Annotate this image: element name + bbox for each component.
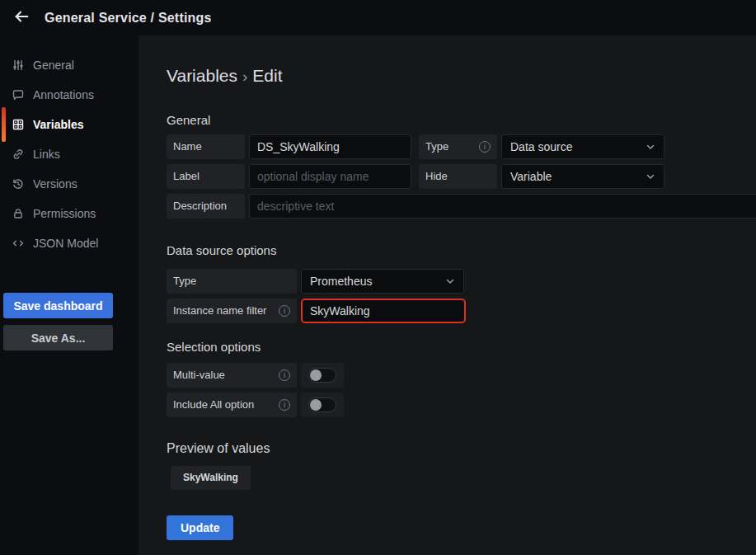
datasource-type-row: Type Prometheus bbox=[167, 269, 756, 294]
description-label: Description bbox=[167, 194, 245, 219]
selection-section-heading: Selection options bbox=[167, 340, 756, 355]
link-icon bbox=[12, 148, 25, 161]
hide-select[interactable]: Variable bbox=[501, 164, 664, 189]
info-icon bbox=[279, 369, 290, 381]
save-as-button[interactable]: Save As... bbox=[3, 325, 113, 350]
instance-filter-row: Instance name filter bbox=[167, 299, 756, 323]
breadcrumb: Variables›Edit bbox=[167, 66, 756, 86]
description-input[interactable] bbox=[249, 194, 756, 219]
label-label: Label bbox=[167, 164, 245, 189]
save-dashboard-button[interactable]: Save dashboard bbox=[3, 293, 113, 318]
type-select[interactable]: Data source bbox=[501, 134, 664, 159]
toggle-knob bbox=[310, 399, 322, 411]
multi-value-label: Multi-value bbox=[167, 363, 297, 388]
sidebar-item-label: Variables bbox=[33, 118, 84, 131]
description-row: Description bbox=[167, 194, 756, 219]
history-icon bbox=[12, 177, 25, 190]
sidebar-item-label: General bbox=[33, 59, 74, 72]
settings-sidebar: General Annotations Variables Links Vers… bbox=[0, 35, 139, 555]
sliders-icon bbox=[12, 59, 25, 72]
info-icon bbox=[279, 399, 290, 411]
back-button[interactable] bbox=[11, 7, 32, 29]
datasource-type-select[interactable]: Prometheus bbox=[301, 269, 464, 294]
include-all-label: Include All option bbox=[167, 393, 297, 417]
sidebar-item-general[interactable]: General bbox=[0, 50, 139, 80]
sidebar-item-label: Versions bbox=[33, 177, 77, 190]
multi-value-row: Multi-value bbox=[167, 363, 756, 388]
code-icon bbox=[12, 237, 25, 250]
instance-filter-label: Instance name filter bbox=[167, 299, 297, 323]
highlight-annotation-box bbox=[301, 299, 466, 323]
name-label: Name bbox=[167, 134, 245, 159]
chevron-down-icon bbox=[646, 172, 655, 181]
sidebar-item-variables[interactable]: Variables bbox=[0, 110, 139, 139]
variables-edit-panel: Variables›Edit General Name Type Data so… bbox=[139, 35, 756, 555]
sidebar-item-permissions[interactable]: Permissions bbox=[0, 199, 139, 228]
hide-label: Hide bbox=[419, 164, 497, 189]
datasource-type-value: Prometheus bbox=[310, 275, 372, 288]
sidebar-item-label: Annotations bbox=[33, 88, 94, 101]
multi-value-toggle[interactable] bbox=[301, 363, 344, 388]
preview-values-list: SkyWalking bbox=[167, 466, 756, 490]
breadcrumb-variables[interactable]: Variables bbox=[167, 66, 237, 85]
lock-icon bbox=[12, 207, 25, 220]
name-type-row: Name Type Data source bbox=[167, 134, 756, 159]
sidebar-item-links[interactable]: Links bbox=[0, 139, 139, 169]
dashboard-title: General Service / Settings bbox=[45, 11, 212, 26]
datasource-type-label: Type bbox=[167, 269, 297, 294]
sidebar-item-versions[interactable]: Versions bbox=[0, 169, 139, 199]
general-section-heading: General bbox=[167, 113, 756, 128]
label-input[interactable] bbox=[249, 164, 411, 189]
sidebar-item-label: JSON Model bbox=[33, 237, 98, 250]
toggle-track bbox=[308, 368, 336, 383]
update-button[interactable]: Update bbox=[167, 515, 233, 540]
type-select-value: Data source bbox=[510, 140, 572, 153]
chevron-down-icon bbox=[445, 276, 455, 286]
top-header: General Service / Settings bbox=[0, 0, 756, 35]
sidebar-item-json-model[interactable]: JSON Model bbox=[0, 228, 139, 258]
toggle-track bbox=[308, 397, 336, 412]
label-hide-row: Label Hide Variable bbox=[167, 164, 756, 189]
breadcrumb-edit: Edit bbox=[252, 66, 282, 85]
sidebar-item-label: Permissions bbox=[33, 207, 96, 220]
preview-value-chip[interactable]: SkyWalking bbox=[171, 466, 251, 490]
info-icon bbox=[279, 305, 290, 317]
type-label: Type bbox=[419, 134, 497, 159]
annotation-icon bbox=[12, 88, 25, 101]
grid-icon bbox=[12, 118, 25, 131]
info-icon bbox=[479, 141, 491, 153]
preview-section-heading: Preview of values bbox=[167, 441, 756, 457]
chevron-down-icon bbox=[646, 142, 655, 152]
hide-select-value: Variable bbox=[510, 170, 552, 183]
include-all-row: Include All option bbox=[167, 393, 756, 417]
toggle-knob bbox=[310, 369, 322, 381]
include-all-toggle[interactable] bbox=[301, 393, 344, 417]
breadcrumb-separator: › bbox=[237, 68, 252, 85]
sidebar-item-label: Links bbox=[33, 148, 60, 161]
datasource-section-heading: Data source options bbox=[167, 243, 756, 258]
arrow-left-icon bbox=[12, 7, 31, 28]
instance-filter-input[interactable] bbox=[303, 300, 464, 322]
sidebar-item-annotations[interactable]: Annotations bbox=[0, 80, 139, 110]
name-input[interactable] bbox=[249, 134, 411, 159]
